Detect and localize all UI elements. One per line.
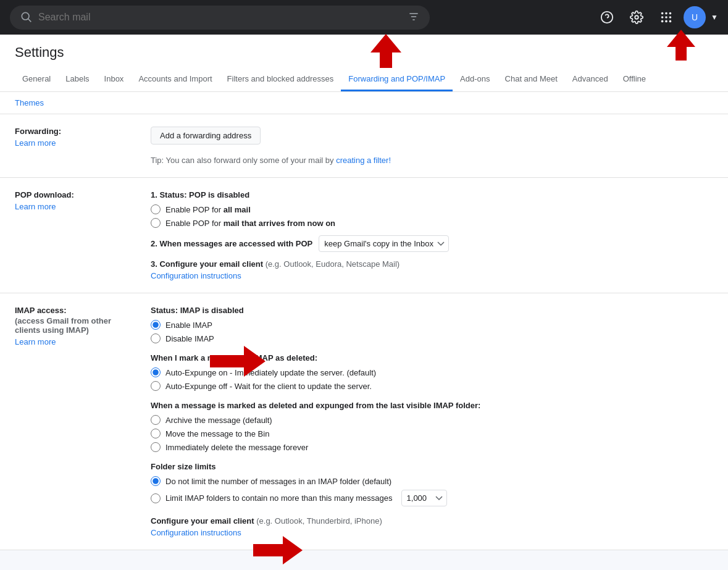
- apps-button[interactable]: [654, 5, 679, 30]
- forwarding-section: Forwarding: Learn more Add a forwarding …: [0, 114, 728, 178]
- auto-expunge-off-option[interactable]: Auto-Expunge off - Wait for the client t…: [151, 381, 713, 391]
- page-title: Settings: [15, 44, 713, 61]
- imap-learn-more[interactable]: Learn more: [15, 337, 138, 346]
- no-limit-radio[interactable]: [151, 476, 161, 486]
- limit-dropdown[interactable]: 1,000 2,000 5,000 10,000: [401, 490, 447, 506]
- imap-enable-group: Enable IMAP Disable IMAP: [151, 320, 713, 343]
- forwarding-content: Add a forwarding address Tip: You can al…: [151, 127, 713, 165]
- svg-point-16: [669, 20, 672, 23]
- svg-point-13: [669, 16, 672, 19]
- svg-point-11: [661, 16, 664, 19]
- search-icon: [20, 10, 32, 25]
- topbar: U ▼: [0, 0, 728, 35]
- filter-icon[interactable]: [408, 10, 420, 25]
- pop-configure-label: 3. Configure your email client: [151, 259, 263, 269]
- tab-addons[interactable]: Add-ons: [453, 68, 497, 91]
- pop-config-link[interactable]: Configuration instructions: [151, 271, 241, 280]
- svg-line-1: [28, 19, 31, 22]
- search-input[interactable]: [38, 12, 401, 23]
- folder-size-group: Do not limit the number of messages in a…: [151, 476, 713, 506]
- avatar[interactable]: U: [684, 6, 706, 28]
- imap-enable-radio[interactable]: [151, 320, 161, 330]
- forwarding-label: Forwarding: Learn more: [15, 127, 151, 165]
- topbar-right: U ▼: [595, 5, 718, 30]
- when-expunged-header: When a message is marked as deleted and …: [151, 401, 713, 410]
- svg-point-0: [22, 12, 29, 20]
- imap-config-link[interactable]: Configuration instructions: [151, 528, 241, 537]
- settings-content: Forwarding: Learn more Add a forwarding …: [0, 114, 728, 570]
- imap-disable-option[interactable]: Disable IMAP: [151, 333, 713, 343]
- when-deleted-header: When I mark a message in IMAP as deleted…: [151, 353, 713, 363]
- auto-expunge-on-radio[interactable]: [151, 367, 161, 377]
- move-bin-radio[interactable]: [151, 429, 161, 438]
- help-button[interactable]: [595, 5, 619, 30]
- pop-status: 1. Status: POP is disabled: [151, 190, 713, 199]
- tab-filters[interactable]: Filters and blocked addresses: [220, 68, 341, 91]
- forwarding-learn-more[interactable]: Learn more: [15, 138, 138, 148]
- pop-from-now-radio[interactable]: [151, 218, 161, 228]
- tab-accounts[interactable]: Accounts and Import: [131, 68, 219, 91]
- archive-option[interactable]: Archive the message (default): [151, 415, 713, 425]
- pop-configure-note: (e.g. Outlook, Eudora, Netscape Mail): [266, 259, 400, 269]
- forwarding-tip: Tip: You can also forward only some of y…: [151, 156, 713, 165]
- tab-labels[interactable]: Labels: [58, 68, 96, 91]
- pop-section: POP download: Learn more 1. Status: POP …: [0, 178, 728, 293]
- tabs-nav: General Labels Inbox Accounts and Import…: [15, 68, 713, 91]
- account-dropdown-icon[interactable]: ▼: [711, 13, 718, 22]
- delete-forever-option[interactable]: Immediately delete the message forever: [151, 442, 713, 452]
- pop-all-mail-radio[interactable]: [151, 204, 161, 214]
- delete-forever-radio[interactable]: [151, 442, 161, 452]
- imap-content: Status: IMAP is disabled Enable IMAP Dis…: [151, 306, 713, 537]
- search-box[interactable]: [10, 6, 430, 30]
- archive-radio[interactable]: [151, 415, 161, 425]
- when-pop-row: 2. When messages are accessed with POP k…: [151, 235, 713, 252]
- svg-point-9: [665, 12, 667, 15]
- svg-point-8: [661, 12, 664, 15]
- pop-radio-group: Enable POP for all mail Enable POP for m…: [151, 204, 713, 228]
- tab-chat[interactable]: Chat and Meet: [498, 68, 565, 91]
- pop-label: POP download: Learn more: [15, 190, 151, 280]
- imap-status: Status: IMAP is disabled: [151, 306, 713, 315]
- imap-section: IMAP access: (access Gmail from other cl…: [0, 293, 728, 550]
- auto-expunge-off-radio[interactable]: [151, 381, 161, 391]
- tab-general[interactable]: General: [15, 68, 58, 91]
- add-forwarding-button[interactable]: Add a forwarding address: [151, 127, 261, 145]
- limit-radio[interactable]: [151, 493, 161, 503]
- pop-content: 1. Status: POP is disabled Enable POP fo…: [151, 190, 713, 280]
- imap-enable-option[interactable]: Enable IMAP: [151, 320, 713, 330]
- pop-all-mail-option[interactable]: Enable POP for all mail: [151, 204, 713, 214]
- svg-point-15: [665, 20, 667, 23]
- svg-point-12: [665, 16, 667, 19]
- pop-learn-more[interactable]: Learn more: [15, 202, 138, 211]
- auto-expunge-on-option[interactable]: Auto-Expunge on - Immediately update the…: [151, 367, 713, 377]
- when-pop-dropdown[interactable]: keep Gmail's copy in the Inbox mark Gmai…: [319, 235, 449, 252]
- folder-size-header: Folder size limits: [151, 462, 713, 471]
- imap-configure-label: Configure your email client: [151, 516, 254, 526]
- create-filter-link[interactable]: creating a filter!: [336, 156, 391, 165]
- tab-forwarding[interactable]: Forwarding and POP/IMAP: [341, 68, 453, 91]
- pop-from-now-option[interactable]: Enable POP for mail that arrives from no…: [151, 218, 713, 228]
- tab-offline[interactable]: Offline: [616, 68, 653, 91]
- move-bin-option[interactable]: Move the message to the Bin: [151, 429, 713, 438]
- no-limit-option[interactable]: Do not limit the number of messages in a…: [151, 476, 713, 486]
- svg-point-7: [635, 15, 638, 19]
- settings-button[interactable]: [624, 5, 649, 30]
- imap-label: IMAP access: (access Gmail from other cl…: [15, 306, 151, 346]
- expunge-group: Auto-Expunge on - Immediately update the…: [151, 367, 713, 391]
- settings-header: Settings General Labels Inbox Accounts a…: [0, 35, 728, 92]
- limit-option[interactable]: Limit IMAP folders to contain no more th…: [151, 490, 713, 506]
- imap-disable-radio[interactable]: [151, 333, 161, 343]
- tab-advanced[interactable]: Advanced: [565, 68, 616, 91]
- tab-inbox[interactable]: Inbox: [97, 68, 132, 91]
- imap-configure-note: (e.g. Outlook, Thunderbird, iPhone): [256, 516, 382, 526]
- expunged-action-group: Archive the message (default) Move the m…: [151, 415, 713, 452]
- svg-point-10: [669, 12, 672, 15]
- svg-point-14: [661, 20, 664, 23]
- when-pop-label: 2. When messages are accessed with POP: [151, 239, 312, 248]
- themes-row[interactable]: Themes: [0, 92, 728, 114]
